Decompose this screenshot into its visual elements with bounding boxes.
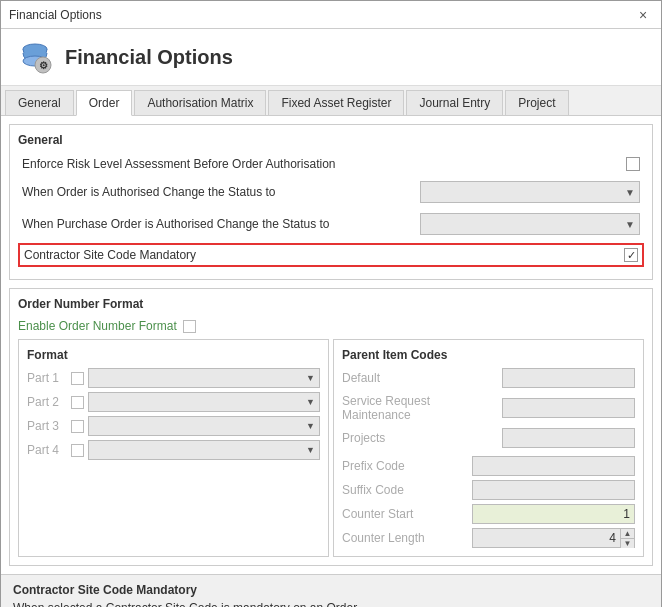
suffix-input[interactable] — [472, 480, 635, 500]
close-button[interactable]: × — [633, 5, 653, 25]
enable-format-label: Enable Order Number Format — [18, 319, 177, 333]
tab-order[interactable]: Order — [76, 90, 133, 116]
part2-row: Part 2 ▼ — [27, 392, 320, 412]
purchase-order-authorised-label: When Purchase Order is Authorised Change… — [22, 217, 420, 231]
status-bar: Contractor Site Code Mandatory When sele… — [1, 574, 661, 607]
enforce-risk-label: Enforce Risk Level Assessment Before Ord… — [22, 157, 626, 171]
part4-row: Part 4 ▼ — [27, 440, 320, 460]
chevron-down-icon-6: ▼ — [306, 445, 315, 455]
part3-label: Part 3 — [27, 419, 67, 433]
part4-label: Part 4 — [27, 443, 67, 457]
code-section: Prefix Code Suffix Code Counter Start 1 — [342, 456, 635, 548]
counter-start-value: 1 — [623, 507, 630, 521]
format-columns: Format Part 1 ▼ Part 2 ▼ — [18, 339, 644, 557]
part1-checkbox[interactable] — [71, 372, 84, 385]
projects-row: Projects — [342, 428, 635, 448]
part1-label: Part 1 — [27, 371, 67, 385]
format-col-title: Format — [27, 348, 320, 362]
order-number-format-section: Order Number Format Enable Order Number … — [9, 288, 653, 566]
format-column: Format Part 1 ▼ Part 2 ▼ — [18, 339, 329, 557]
suffix-row: Suffix Code — [342, 480, 635, 500]
part2-label: Part 2 — [27, 395, 67, 409]
order-status-dropdown[interactable]: ▼ — [420, 181, 640, 203]
tab-fixed-asset-register[interactable]: Fixed Asset Register — [268, 90, 404, 115]
part1-row: Part 1 ▼ — [27, 368, 320, 388]
tab-journal-entry[interactable]: Journal Entry — [406, 90, 503, 115]
general-section-title: General — [18, 133, 644, 147]
window-title: Financial Options — [9, 8, 102, 22]
service-request-row: Service Request Maintenance — [342, 394, 635, 422]
tab-content: General Enforce Risk Level Assessment Be… — [1, 116, 661, 607]
spin-down-button[interactable]: ▼ — [621, 539, 634, 548]
projects-input[interactable] — [502, 428, 635, 448]
tab-authorisation-matrix[interactable]: Authorisation Matrix — [134, 90, 266, 115]
svg-text:⚙: ⚙ — [39, 60, 48, 71]
part1-dropdown[interactable]: ▼ — [88, 368, 320, 388]
counter-length-value: 4 — [473, 531, 634, 545]
counter-length-wrapper: 4 ▲ ▼ — [472, 528, 635, 548]
part2-dropdown[interactable]: ▼ — [88, 392, 320, 412]
counter-length-row: Counter Length 4 ▲ ▼ — [342, 528, 635, 548]
counter-start-row: Counter Start 1 — [342, 504, 635, 524]
status-description: When selected a Contractor Site Code is … — [13, 601, 649, 607]
dialog-header: ⚙ Financial Options — [1, 29, 661, 86]
chevron-down-icon-5: ▼ — [306, 421, 315, 431]
service-request-input[interactable] — [502, 398, 635, 418]
part3-dropdown[interactable]: ▼ — [88, 416, 320, 436]
chevron-down-icon-3: ▼ — [306, 373, 315, 383]
database-icon: ⚙ — [17, 39, 53, 75]
chevron-down-icon-4: ▼ — [306, 397, 315, 407]
part4-checkbox[interactable] — [71, 444, 84, 457]
part2-checkbox[interactable] — [71, 396, 84, 409]
chevron-down-icon-2: ▼ — [625, 219, 635, 230]
contractor-site-code-row: Contractor Site Code Mandatory — [18, 243, 644, 267]
suffix-label: Suffix Code — [342, 483, 472, 497]
enable-format-checkbox[interactable] — [183, 320, 196, 333]
spin-up-button[interactable]: ▲ — [621, 529, 634, 539]
parent-item-codes-title: Parent Item Codes — [342, 348, 635, 362]
counter-length-spinner: ▲ ▼ — [620, 529, 634, 547]
title-bar: Financial Options × — [1, 1, 661, 29]
part3-checkbox[interactable] — [71, 420, 84, 433]
status-title: Contractor Site Code Mandatory — [13, 583, 649, 597]
default-label: Default — [342, 371, 502, 385]
order-authorised-row: When Order is Authorised Change the Stat… — [18, 179, 644, 205]
contractor-site-code-checkbox[interactable] — [624, 248, 638, 262]
part4-dropdown[interactable]: ▼ — [88, 440, 320, 460]
enable-format-row: Enable Order Number Format — [18, 319, 644, 333]
service-request-label: Service Request Maintenance — [342, 394, 502, 422]
order-number-format-title: Order Number Format — [18, 297, 644, 311]
prefix-label: Prefix Code — [342, 459, 472, 473]
main-window: Financial Options × ⚙ Financial Options … — [0, 0, 662, 607]
purchase-order-status-dropdown[interactable]: ▼ — [420, 213, 640, 235]
default-input[interactable] — [502, 368, 635, 388]
prefix-row: Prefix Code — [342, 456, 635, 476]
projects-label: Projects — [342, 431, 502, 445]
counter-length-label: Counter Length — [342, 531, 472, 545]
general-section: General Enforce Risk Level Assessment Be… — [9, 124, 653, 280]
contractor-site-code-label: Contractor Site Code Mandatory — [24, 248, 624, 262]
order-authorised-label: When Order is Authorised Change the Stat… — [22, 185, 420, 199]
enforce-risk-row: Enforce Risk Level Assessment Before Ord… — [18, 155, 644, 173]
part3-row: Part 3 ▼ — [27, 416, 320, 436]
dialog-title: Financial Options — [65, 46, 233, 69]
default-row: Default — [342, 368, 635, 388]
tab-project[interactable]: Project — [505, 90, 568, 115]
prefix-input[interactable] — [472, 456, 635, 476]
tab-bar: General Order Authorisation Matrix Fixed… — [1, 86, 661, 116]
enforce-risk-checkbox[interactable] — [626, 157, 640, 171]
chevron-down-icon: ▼ — [625, 187, 635, 198]
purchase-order-authorised-row: When Purchase Order is Authorised Change… — [18, 211, 644, 237]
tab-general[interactable]: General — [5, 90, 74, 115]
parent-item-codes-column: Parent Item Codes Default Service Reques… — [333, 339, 644, 557]
counter-start-input[interactable]: 1 — [472, 504, 635, 524]
counter-start-label: Counter Start — [342, 507, 472, 521]
